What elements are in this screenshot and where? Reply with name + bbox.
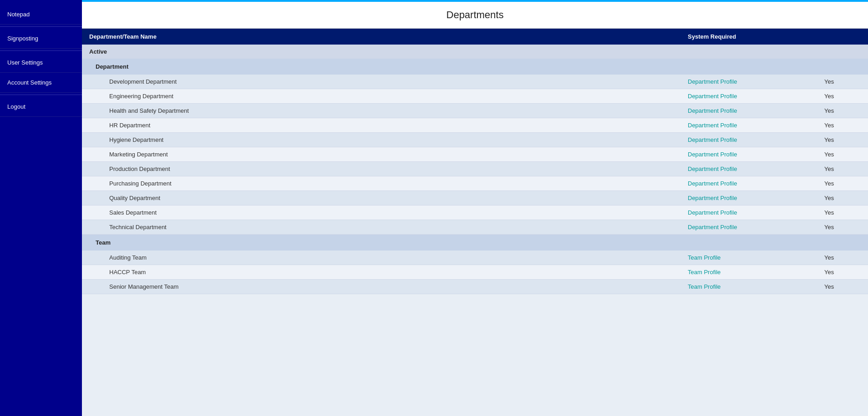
dept-profile-link[interactable]: Department Profile: [688, 78, 824, 85]
row-dept-system: Yes: [824, 180, 861, 187]
table-row: Quality Department Department Profile Ye…: [82, 191, 868, 205]
col-header-system: System Required: [688, 33, 824, 40]
row-dept-name: Marketing Department: [109, 151, 688, 158]
team-profile-link[interactable]: Team Profile: [688, 269, 824, 276]
sidebar-divider-3: [0, 95, 82, 95]
row-dept-name: Quality Department: [109, 195, 688, 201]
dept-profile-link[interactable]: Department Profile: [688, 209, 824, 216]
dept-profile-link[interactable]: Department Profile: [688, 165, 824, 172]
row-dept-system: Yes: [824, 93, 861, 100]
col-header-action: [824, 33, 861, 40]
table-row: Health and Safety Department Department …: [82, 104, 868, 118]
row-team-name: Auditing Team: [109, 254, 688, 261]
row-dept-system: Yes: [824, 209, 861, 216]
table-row: HACCP Team Team Profile Yes: [82, 265, 868, 280]
row-dept-name: Hygiene Department: [109, 136, 688, 143]
row-dept-name: Health and Safety Department: [109, 107, 688, 114]
table-row: Purchasing Department Department Profile…: [82, 176, 868, 191]
row-dept-name: Sales Department: [109, 209, 688, 216]
dept-profile-link[interactable]: Department Profile: [688, 136, 824, 143]
row-dept-system: Yes: [824, 195, 861, 201]
row-dept-system: Yes: [824, 78, 861, 85]
table-row: Hygiene Department Department Profile Ye…: [82, 133, 868, 147]
group-header-team: Team: [82, 235, 868, 251]
sidebar-divider-1: [0, 26, 82, 27]
team-profile-link[interactable]: Team Profile: [688, 254, 824, 261]
table-row: Sales Department Department Profile Yes: [82, 205, 868, 220]
page-title: Departments: [89, 9, 861, 21]
col-header-name: Department/Team Name: [89, 33, 688, 40]
row-team-name: HACCP Team: [109, 269, 688, 276]
group-header-department: Department: [82, 59, 868, 75]
row-team-name: Senior Management Team: [109, 283, 688, 290]
sidebar-item-signposting[interactable]: Signposting: [0, 29, 82, 49]
row-dept-name: Technical Department: [109, 224, 688, 231]
dept-profile-link[interactable]: Department Profile: [688, 122, 824, 129]
dept-profile-link[interactable]: Department Profile: [688, 224, 824, 231]
sidebar-item-logout[interactable]: Logout: [0, 97, 82, 117]
row-dept-name: Production Department: [109, 165, 688, 172]
table-row: Marketing Department Department Profile …: [82, 147, 868, 162]
section-active: Active: [82, 45, 868, 59]
row-dept-system: Yes: [824, 107, 861, 114]
table-row: Senior Management Team Team Profile Yes: [82, 280, 868, 294]
dept-profile-link[interactable]: Department Profile: [688, 93, 824, 100]
team-profile-link[interactable]: Team Profile: [688, 283, 824, 290]
sidebar: Notepad Signposting User Settings Accoun…: [0, 0, 82, 416]
table-row: Auditing Team Team Profile Yes: [82, 251, 868, 265]
page-header: Departments: [82, 2, 868, 29]
table-header: Department/Team Name System Required: [82, 29, 868, 45]
content-area: Active Department Development Department…: [82, 45, 868, 416]
table-row: Technical Department Department Profile …: [82, 220, 868, 235]
dept-profile-link[interactable]: Department Profile: [688, 180, 824, 187]
row-team-system: Yes: [824, 254, 861, 261]
table-row: HR Department Department Profile Yes: [82, 118, 868, 133]
row-dept-system: Yes: [824, 165, 861, 172]
row-team-system: Yes: [824, 283, 861, 290]
row-dept-name: Purchasing Department: [109, 180, 688, 187]
row-dept-system: Yes: [824, 122, 861, 129]
row-dept-name: Engineering Department: [109, 93, 688, 100]
sidebar-divider-2: [0, 50, 82, 51]
row-dept-system: Yes: [824, 136, 861, 143]
sidebar-item-notepad[interactable]: Notepad: [0, 5, 82, 25]
row-dept-name: Development Department: [109, 78, 688, 85]
sidebar-item-account-settings[interactable]: Account Settings: [0, 73, 82, 93]
row-dept-system: Yes: [824, 151, 861, 158]
team-rows: Auditing Team Team Profile Yes HACCP Tea…: [82, 251, 868, 294]
table-row: Production Department Department Profile…: [82, 162, 868, 176]
dept-profile-link[interactable]: Department Profile: [688, 107, 824, 114]
row-dept-name: HR Department: [109, 122, 688, 129]
row-dept-system: Yes: [824, 224, 861, 231]
row-team-system: Yes: [824, 269, 861, 276]
table-row: Development Department Department Profil…: [82, 75, 868, 89]
department-rows: Development Department Department Profil…: [82, 75, 868, 235]
table-row: Engineering Department Department Profil…: [82, 89, 868, 104]
dept-profile-link[interactable]: Department Profile: [688, 195, 824, 201]
dept-profile-link[interactable]: Department Profile: [688, 151, 824, 158]
sidebar-item-user-settings[interactable]: User Settings: [0, 53, 82, 73]
main-content: Departments Department/Team Name System …: [82, 0, 868, 416]
